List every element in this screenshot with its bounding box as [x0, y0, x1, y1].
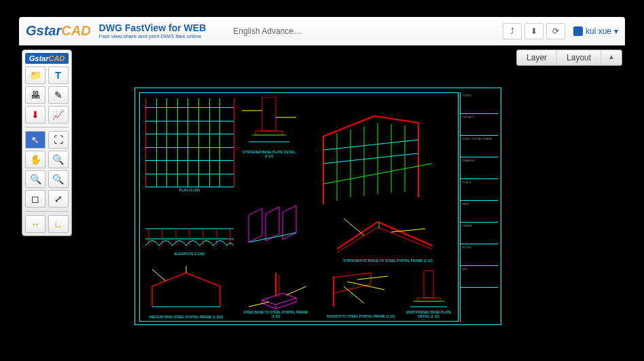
- refresh-button[interactable]: ⟳: [546, 23, 565, 39]
- portal-frame: MEDIUM SPAN STEEL PORTAL FRAME (1:200): [145, 266, 227, 319]
- ruler-icon: ↔: [31, 218, 40, 229]
- ubase-label: UNSTIFFENED BASE PLATE DETAIL (1:10): [405, 310, 452, 318]
- panel-collapse-button[interactable]: ▲: [601, 50, 622, 65]
- text-button[interactable]: T: [48, 66, 69, 84]
- pencil-icon: ✎: [54, 90, 62, 100]
- svg-line-38: [249, 302, 269, 307]
- hand-icon: ✋: [30, 154, 41, 165]
- unstiffened-base: UNSTIFFENED BASE PLATE DETAIL (1:10): [405, 269, 452, 318]
- purlin-3d: [242, 202, 303, 256]
- zoom-out-icon: 🔍: [52, 174, 64, 185]
- svg-line-28: [249, 233, 296, 242]
- cad-drawing: PLAN (1:100) STIFFENER BASE PLATE DETAIL…: [135, 88, 501, 325]
- window-button[interactable]: ◻: [25, 190, 46, 208]
- tb-logo-2: CAD: [48, 54, 65, 62]
- tab-layout[interactable]: Layout: [557, 50, 601, 65]
- elevation-view: ELEVATION (1:100): [145, 208, 234, 256]
- open-button[interactable]: 📁: [25, 66, 46, 84]
- header-bar: GstarCAD DWG FastView for WEB Fast view,…: [19, 17, 625, 45]
- tb-logo-1: Gstar: [29, 54, 49, 62]
- svg-line-34: [152, 269, 166, 281]
- canvas-area[interactable]: GstarCAD 📁 T 🖶 ✎ ⬇ 📈 ↖ ⛶ ✋ 🔍 🔍 🔍 ◻ ⤢ ↔: [19, 45, 625, 343]
- svg-line-40: [344, 286, 364, 303]
- info-date: DATE: [461, 201, 498, 223]
- fit-icon: ⤢: [54, 193, 62, 204]
- title-block: DWG FastView for WEB Fast view,share and…: [99, 22, 207, 39]
- fixed-base: FIXED BASE TO STEEL PORTAL FRAME (1:10): [242, 269, 310, 318]
- refresh-icon: ⟳: [552, 26, 559, 36]
- pdf-icon: ⬇: [31, 109, 39, 120]
- select-button[interactable]: ↖: [25, 131, 46, 149]
- share-button[interactable]: ⤴: [503, 23, 522, 39]
- user-menu[interactable]: kui xue ▾: [573, 26, 618, 36]
- angle-button[interactable]: ∟: [48, 215, 69, 233]
- plan-label: PLAN (1:100): [145, 188, 234, 192]
- title-block-column: CLIENT PROJECT STEEL PORTAL FRAME DRAWIN…: [460, 92, 498, 322]
- zoom-in-icon: 🔍: [30, 174, 41, 185]
- svg-line-10: [323, 140, 418, 150]
- detail1-label: STIFFENER BASE PLATE DETAIL (1:10): [242, 150, 296, 158]
- base-label: FIXED BASE TO STEEL PORTAL FRAME (1:10): [242, 310, 310, 318]
- right-panel: Layer Layout ▲: [516, 50, 622, 66]
- plan-view: PLAN (1:100): [145, 98, 234, 193]
- stiffener-label: STIFFENER AT RIDGE OF STEEL PORTAL FRAME…: [330, 259, 446, 263]
- pdf-button[interactable]: ⬇: [25, 106, 46, 124]
- svg-line-37: [286, 286, 306, 295]
- svg-line-9: [374, 116, 418, 123]
- info-client: CLIENT: [461, 92, 498, 114]
- haunch-detail: HAUNCH TO STEEL PORTAL FRAME (1:10): [323, 269, 398, 318]
- haunch-label: HAUNCH TO STEEL PORTAL FRAME (1:10): [323, 314, 398, 318]
- info-title: STEEL PORTAL FRAME: [461, 136, 498, 157]
- extents-icon: ⛶: [54, 134, 63, 145]
- user-name: kui xue: [586, 26, 611, 36]
- separator-2: [25, 211, 69, 212]
- angle-icon: ∟: [54, 218, 63, 229]
- info-scale: SCALE: [461, 179, 498, 201]
- drawing-frame: PLAN (1:100) STIFFENER BASE PLATE DETAIL…: [139, 92, 459, 322]
- fit-button[interactable]: ⤢: [48, 190, 69, 208]
- separator-1: [25, 127, 69, 128]
- magnify-icon: 🔍: [52, 154, 64, 165]
- user-caret-icon: ▾: [614, 26, 618, 36]
- toolbar-logo: GstarCAD: [25, 53, 69, 64]
- print-button[interactable]: 🖶: [25, 86, 46, 104]
- toolbar-grid: 📁 T 🖶 ✎ ⬇ 📈 ↖ ⛶ ✋ 🔍 🔍 🔍 ◻ ⤢ ↔ ∟: [25, 66, 69, 233]
- app-subtitle: Fast view,share and print DWG files onli…: [99, 33, 207, 39]
- zoom-in-button[interactable]: 🔍: [25, 170, 46, 188]
- svg-line-41: [357, 276, 388, 280]
- extents-button[interactable]: ⛶: [48, 131, 69, 149]
- ridge-stiffener: STIFFENER AT RIDGE OF STEEL PORTAL FRAME…: [330, 215, 446, 263]
- zoom-out-button[interactable]: 🔍: [48, 170, 69, 188]
- header-right: ⤴ ⬇ ⟳ kui xue ▾: [503, 23, 618, 39]
- logo-text-1: Gstar: [26, 23, 61, 38]
- info-rev: REV: [461, 266, 498, 288]
- svg-line-8: [323, 116, 374, 136]
- info-drawn: DRAWN: [461, 223, 498, 244]
- portal-label: MEDIUM SPAN STEEL PORTAL FRAME (1:200): [145, 315, 227, 319]
- print-icon: 🖶: [31, 90, 40, 100]
- measure-button[interactable]: ↔: [25, 215, 46, 233]
- svg-rect-1: [255, 131, 283, 135]
- cursor-icon: ↖: [31, 134, 39, 145]
- svg-line-11: [323, 153, 418, 164]
- info-notes: NOTES: [461, 244, 498, 266]
- zoom-button[interactable]: 🔍: [48, 151, 69, 168]
- text-icon: T: [55, 70, 61, 81]
- download-icon: ⬇: [531, 26, 537, 36]
- pan-button[interactable]: ✋: [25, 151, 46, 168]
- language-selector[interactable]: English Advance…: [233, 26, 302, 36]
- chart-button[interactable]: 📈: [48, 106, 69, 124]
- download-button[interactable]: ⬇: [524, 23, 543, 39]
- folder-icon: 📁: [30, 70, 41, 81]
- app-title: DWG FastView for WEB: [99, 22, 207, 33]
- window-icon: ◻: [31, 193, 39, 204]
- edit-button[interactable]: ✎: [48, 86, 69, 104]
- app-window: GstarCAD DWG FastView for WEB Fast view,…: [19, 17, 625, 343]
- chart-icon: 📈: [52, 109, 64, 120]
- detail-baseplate: STIFFENER BASE PLATE DETAIL (1:10): [242, 97, 296, 158]
- user-icon: [573, 26, 583, 36]
- tab-layer[interactable]: Layer: [517, 50, 557, 65]
- left-toolbar: GstarCAD 📁 T 🖶 ✎ ⬇ 📈 ↖ ⛶ ✋ 🔍 🔍 🔍 ◻ ⤢ ↔: [22, 50, 72, 236]
- logo-text-2: CAD: [61, 23, 90, 38]
- info-drawing: DRAWING: [461, 157, 498, 179]
